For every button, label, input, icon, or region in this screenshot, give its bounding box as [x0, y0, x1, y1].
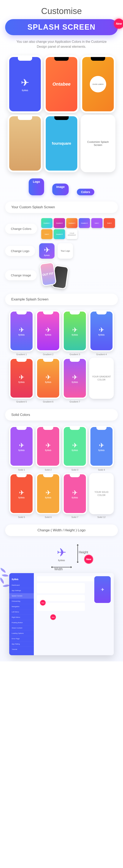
custom-label: YOUR GRADIENT COLOR: [90, 359, 113, 398]
ex-label: Solid 5: [18, 516, 25, 518]
ex-solid5: ✈flyWeb: [9, 473, 34, 514]
phone-flyweb: ✈flyWeb: [8, 55, 42, 113]
ex-gradient1: ✈flyWeb: [9, 310, 34, 351]
ex-label: Gradient 7: [70, 400, 80, 403]
flyweb-label: flyWeb: [58, 559, 65, 562]
new-badge: New: [50, 614, 56, 620]
paper-plane-icon: ✈: [72, 441, 78, 449]
flyweb-label: flyWeb: [44, 254, 50, 256]
paper-plane-icon: ✈: [72, 326, 78, 334]
nav-item[interactable]: Right Menu: [9, 615, 34, 620]
dimensions-demo: ✈ flyWeb Height Width New: [5, 542, 118, 565]
phone-fashion: [8, 115, 42, 172]
custom-label: YOUR SOLID COLOR: [90, 474, 113, 513]
ex-gradient7: ✈flyWeb: [63, 358, 87, 399]
new-badge: New: [40, 600, 46, 606]
swatch-gradient3[interactable]: Gradient 3: [66, 218, 78, 228]
paper-plane-icon: ✈: [19, 441, 25, 449]
phone-clicklunch: CLICK LUNCH: [81, 55, 115, 113]
swatch-label: Gradient 2: [56, 222, 63, 224]
flyweb-label: flyWeb: [18, 334, 25, 336]
ex-label: Gradient 2: [43, 353, 53, 355]
new-badge: New: [114, 19, 123, 29]
ex-label: Gradient 5: [16, 400, 27, 403]
swatch-label: YOUR GRADIENT: [66, 232, 78, 236]
phone-foursquare: foursquare: [44, 115, 79, 172]
paper-plane-icon: ✈: [72, 373, 78, 381]
subtitle: You can also change your Application Col…: [5, 39, 118, 49]
logo-gradient-box: ✈flyWeb: [39, 243, 54, 259]
gradient-grid: ✈flyWebGradient 1 ✈flyWebGradient 2 ✈fly…: [5, 310, 118, 403]
swatch-label: Solid 1: [95, 222, 99, 224]
ex-solid2: ✈flyWeb: [36, 426, 60, 467]
nav-item[interactable]: Dashboard: [9, 583, 34, 588]
customize-label: Customize Splash Screen: [82, 141, 114, 147]
swatch-label: Solid 3: [45, 234, 49, 235]
ex-label: Solid 7: [71, 516, 78, 518]
admin-sidebar: flyWeb Dashboard App Settings Splash Scr…: [9, 573, 34, 655]
nav-item[interactable]: App Settings: [9, 588, 34, 593]
nav-item[interactable]: App Rating: [9, 642, 34, 647]
swatch-label: Gradient 1: [43, 222, 50, 224]
ex-solid1: ✈flyWeb: [9, 426, 34, 467]
nav-item[interactable]: Navigation: [9, 604, 34, 609]
logo-demo: ✈flyWeb Your Logo: [39, 243, 73, 259]
swatch-label: Gradient 4: [81, 222, 88, 224]
nav-item[interactable]: Share Content: [9, 625, 34, 631]
paper-plane-icon: ✈: [21, 77, 29, 88]
nav-item[interactable]: Loading Options: [9, 631, 34, 636]
change-logo-row: Change Logo ✈flyWeb Your Logo: [5, 243, 118, 259]
ex-gradient6: ✈flyWeb: [36, 358, 60, 399]
change-image-label: Change Image: [5, 270, 37, 280]
banner-text: SPLASH SCREEN: [11, 23, 112, 31]
tag-colors: Colors: [77, 189, 94, 195]
flyweb-label: flyWeb: [45, 381, 51, 383]
ex-label: Solid 3: [71, 469, 78, 471]
nav-item[interactable]: Tutorial: [9, 647, 34, 652]
swatch-gradient2[interactable]: Gradient 2: [54, 218, 65, 228]
paper-plane-icon: ✈: [101, 587, 104, 592]
swatch-gradient5[interactable]: Gradient 5: [54, 229, 65, 239]
ex-gradient2: ✈flyWeb: [36, 310, 60, 351]
width-label: Width: [54, 567, 63, 571]
swatch-gradient4[interactable]: Gradient 4: [79, 218, 90, 228]
swatch-custom[interactable]: YOUR GRADIENT: [66, 229, 78, 239]
flyweb-label: flyWeb: [98, 334, 105, 336]
change-image-row: Change Image OUT FIT: [5, 263, 118, 287]
nav-item[interactable]: Floating Button: [9, 620, 34, 625]
paper-plane-icon: ✈: [19, 373, 25, 381]
paper-plane-icon: ✈: [44, 246, 50, 254]
ex-solid4: ✈flyWeb: [89, 426, 114, 467]
ex-label: Gradient 4: [96, 353, 107, 355]
height-label: Height: [79, 551, 88, 554]
nav-item[interactable]: Error Page: [9, 636, 34, 642]
nav-item-active[interactable]: Splash Screen: [9, 593, 34, 599]
flyweb-label: flyWeb: [18, 381, 25, 383]
logo-custom-box: Your Logo: [57, 243, 73, 259]
nav-item[interactable]: Onboarding: [9, 599, 34, 604]
nav-item[interactable]: Left Menu: [9, 609, 34, 615]
swatch-solid2[interactable]: Solid 2: [104, 218, 115, 228]
ex-solid7: ✈flyWeb: [63, 473, 87, 514]
page-title: Customise: [5, 6, 118, 16]
flyweb-label: flyWeb: [18, 497, 25, 499]
dims-logo: ✈ flyWeb Height Width: [50, 542, 73, 565]
section-custom-splash: Your Custom Splash Screen: [5, 202, 118, 213]
hero-phone-grid: ✈flyWeb Ontabee CLICK LUNCH foursquare C…: [5, 55, 118, 172]
phone-customize: Customize Splash Screen: [81, 115, 115, 172]
swatch-gradient1[interactable]: Gradient 1: [41, 218, 52, 228]
foursquare-label: foursquare: [52, 142, 71, 146]
ontabee-label: Ontabee: [52, 82, 71, 87]
swatch-solid3[interactable]: Solid 3: [41, 229, 52, 239]
section-example: Example Splash Screen: [5, 293, 118, 305]
swatch-solid1[interactable]: Solid 1: [91, 218, 102, 228]
paper-plane-icon: ✈: [99, 441, 104, 449]
ex-label: Gradient 6: [43, 400, 53, 403]
flyweb-label: flyWeb: [45, 334, 51, 336]
change-colors-row: Change Colors Gradient 1 Gradient 2 Grad…: [5, 218, 118, 239]
image-demo: OUT FIT: [41, 263, 68, 287]
flyweb-label: flyWeb: [98, 449, 105, 452]
admin-panel: flyWeb Dashboard App Settings Splash Scr…: [9, 573, 114, 655]
paper-plane-icon: ✈: [45, 326, 51, 334]
ex-solid-custom: YOUR SOLID COLOR: [89, 473, 114, 514]
